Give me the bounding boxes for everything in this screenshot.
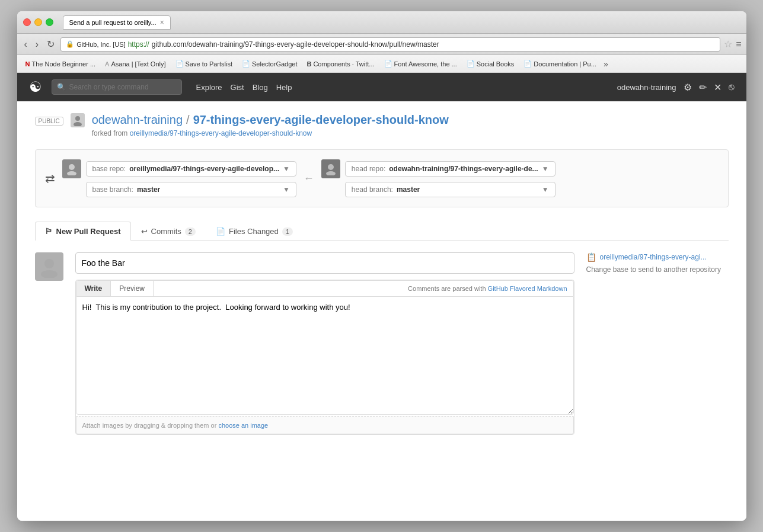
title-bar: Send a pull request to oreilly... × bbox=[17, 11, 746, 34]
bookmark-node-beginner[interactable]: N The Node Beginner ... bbox=[22, 59, 100, 69]
svg-point-0 bbox=[75, 116, 80, 121]
compare-icon: ⇄ bbox=[45, 171, 55, 185]
bookmark-asana-label: Asana | [Text Only] bbox=[111, 60, 165, 68]
svg-point-1 bbox=[74, 122, 82, 126]
pencil-icon[interactable]: ✏ bbox=[699, 82, 707, 93]
user-avatar-icon bbox=[38, 255, 60, 278]
repo-avatar-icon bbox=[72, 114, 84, 126]
bookmarks-overflow-icon[interactable]: » bbox=[604, 59, 608, 69]
pr-body-textarea[interactable]: Hi! This is my contribution to the proje… bbox=[76, 296, 574, 415]
bookmark-fontawesome[interactable]: 📄 Font Awesome, the ... bbox=[381, 59, 461, 69]
tab-commits[interactable]: ↩ Commits 2 bbox=[131, 222, 206, 241]
write-preview-tab-bar: Write Preview Comments are parsed with G… bbox=[76, 280, 574, 296]
settings-icon[interactable]: ⚙ bbox=[684, 82, 692, 93]
address-host: GitHub, Inc. [US] bbox=[76, 41, 126, 48]
repo-separator: / bbox=[186, 113, 190, 127]
bookmark-asana-icon: A bbox=[105, 60, 109, 68]
bookmark-selector[interactable]: 📄 SelectorGadget bbox=[238, 59, 301, 69]
bookmark-partslist[interactable]: 📄 Save to Partslist bbox=[172, 59, 236, 69]
tab-bar: Send a pull request to oreilly... × bbox=[63, 15, 740, 30]
address-bar[interactable]: 🔒 GitHub, Inc. [US] https:// github.com/… bbox=[60, 37, 720, 52]
repo-header: PUBLIC odewahn-training / 97-things-eve bbox=[35, 113, 729, 137]
repo-avatar bbox=[71, 113, 85, 127]
pr-title-input[interactable] bbox=[75, 252, 574, 274]
bookmark-n-icon: N bbox=[25, 60, 30, 68]
bookmark-selector-label: SelectorGadget bbox=[252, 60, 297, 68]
nav-blog[interactable]: Blog bbox=[253, 83, 268, 92]
branch-selector-area: ⇄ base repo: oreillymedia/97-things-ever… bbox=[35, 149, 729, 207]
bookmark-socialbooks[interactable]: 📄 Social Books bbox=[463, 59, 518, 69]
head-branch-label: head branch: bbox=[352, 185, 393, 194]
minimize-button[interactable] bbox=[34, 18, 42, 26]
bookmark-partslist-icon: 📄 bbox=[175, 60, 184, 68]
forward-button[interactable]: › bbox=[33, 38, 41, 51]
tab-close-icon[interactable]: × bbox=[160, 18, 164, 27]
nav-help[interactable]: Help bbox=[276, 83, 292, 92]
base-branch-dropdown[interactable]: base branch: master ▼ bbox=[86, 182, 296, 197]
cross-icon[interactable]: ✕ bbox=[714, 82, 722, 93]
base-branch-label: base branch: bbox=[92, 185, 133, 194]
svg-point-3 bbox=[67, 171, 76, 175]
head-branch-group: head repo: odewahn-training/97-things-ev… bbox=[321, 159, 556, 197]
bookmark-components[interactable]: B Components · Twitt... bbox=[303, 59, 378, 69]
head-avatar-icon bbox=[324, 162, 337, 175]
browser-menu-icon[interactable]: ≡ bbox=[736, 39, 741, 50]
head-repo-value: odewahn-training/97-things-every-agile-d… bbox=[389, 165, 538, 173]
repo-owner-link[interactable]: odewahn-training bbox=[92, 113, 183, 127]
bookmark-asana[interactable]: A Asana | [Text Only] bbox=[101, 59, 169, 69]
forked-from-link[interactable]: oreillymedia/97-things-every-agile-devel… bbox=[130, 129, 312, 137]
sidebar-repo-link[interactable]: oreillymedia/97-things-every-agi... bbox=[600, 253, 707, 261]
head-branch-dropdown[interactable]: head branch: master ▼ bbox=[345, 182, 556, 197]
base-repo-dropdown[interactable]: base repo: oreillymedia/97-things-every-… bbox=[86, 161, 296, 177]
logout-icon[interactable]: ⎋ bbox=[729, 82, 735, 92]
head-repo-dropdown[interactable]: head repo: odewahn-training/97-things-ev… bbox=[345, 161, 556, 177]
base-avatar-icon bbox=[65, 162, 78, 175]
github-logo-icon[interactable]: ☯ bbox=[29, 79, 42, 95]
bookmark-docs[interactable]: 📄 Documentation | Pu... bbox=[520, 59, 600, 69]
pr-form-column: Write Preview Comments are parsed with G… bbox=[75, 252, 574, 435]
tab-label: Send a pull request to oreilly... bbox=[69, 19, 157, 26]
tab-files-changed[interactable]: 📄 Files Changed 1 bbox=[206, 222, 303, 241]
pr-tabs: 🏳 New Pull Request ↩ Commits 2 📄 Files C… bbox=[35, 222, 729, 241]
svg-point-2 bbox=[69, 164, 75, 170]
github-nav-links: Explore Gist Blog Help bbox=[196, 83, 292, 92]
bookmark-docs-label: Documentation | Pu... bbox=[534, 60, 596, 68]
nav-explore[interactable]: Explore bbox=[196, 83, 222, 92]
address-url: github.com/odewahn-training/97-things-ev… bbox=[152, 40, 439, 49]
pr-sidebar: 📋 oreillymedia/97-things-every-agi... Ch… bbox=[586, 252, 729, 435]
markdown-link[interactable]: GitHub Flavored Markdown bbox=[488, 285, 567, 292]
bookmark-socialbooks-icon: 📄 bbox=[467, 60, 475, 68]
search-input[interactable] bbox=[69, 83, 177, 91]
page-body: PUBLIC odewahn-training / 97-things-eve bbox=[17, 101, 746, 521]
head-repo-arrow-icon: ▼ bbox=[542, 165, 549, 173]
bookmark-star-icon[interactable]: ☆ bbox=[724, 39, 732, 50]
repo-title: odewahn-training / 97-things-every-agile… bbox=[92, 113, 449, 127]
maximize-button[interactable] bbox=[46, 18, 53, 26]
preview-tab[interactable]: Preview bbox=[111, 281, 154, 296]
svg-point-4 bbox=[328, 164, 334, 170]
back-button[interactable]: ‹ bbox=[22, 38, 30, 51]
lock-icon: 🔒 bbox=[66, 40, 74, 48]
base-branch-group: base repo: oreillymedia/97-things-every-… bbox=[62, 159, 296, 197]
bookmark-components-icon: B bbox=[307, 60, 311, 68]
sidebar-change-base-note: Change base to send to another repositor… bbox=[586, 265, 729, 274]
github-username[interactable]: odewahn-training bbox=[617, 83, 676, 92]
files-changed-icon: 📄 bbox=[216, 227, 225, 236]
write-tab[interactable]: Write bbox=[76, 281, 111, 296]
traffic-lights bbox=[23, 18, 53, 26]
page-content: ☯ 🔍 Explore Gist Blog Help odewahn-train… bbox=[17, 73, 746, 521]
github-search[interactable]: 🔍 bbox=[52, 79, 182, 95]
bookmark-fontawesome-icon: 📄 bbox=[384, 60, 392, 68]
repo-name-link[interactable]: 97-things-every-agile-developer-should-k… bbox=[193, 113, 449, 127]
pr-attach-bar: Attach images by dragging & dropping the… bbox=[76, 416, 574, 434]
nav-gist[interactable]: Gist bbox=[231, 83, 244, 92]
files-changed-count: 1 bbox=[282, 227, 293, 236]
choose-image-link[interactable]: choose an image bbox=[218, 422, 268, 429]
tab-new-pull-request[interactable]: 🏳 New Pull Request bbox=[35, 222, 131, 241]
close-button[interactable] bbox=[23, 18, 31, 26]
pr-avatar-column bbox=[35, 252, 63, 435]
refresh-button[interactable]: ↻ bbox=[44, 37, 57, 51]
active-tab[interactable]: Send a pull request to oreilly... × bbox=[63, 15, 171, 30]
head-repo-label: head repo: bbox=[352, 165, 385, 173]
base-branch-arrow-icon: ▼ bbox=[283, 185, 290, 194]
